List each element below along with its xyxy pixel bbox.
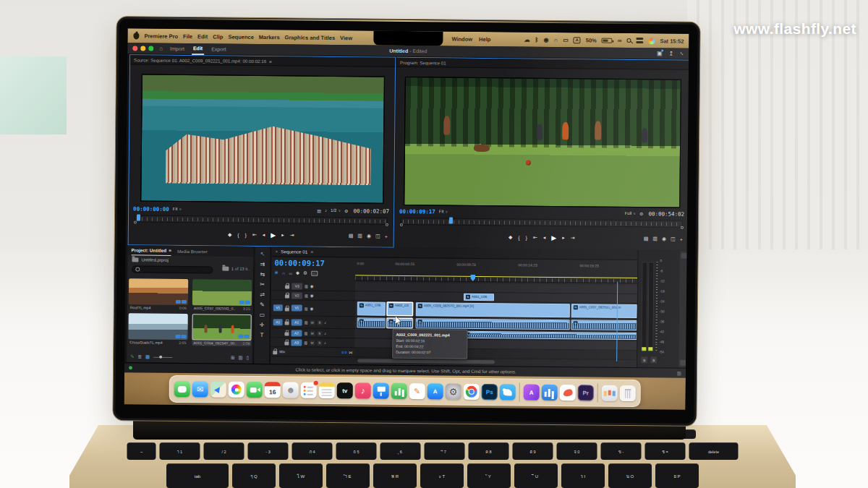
scrub-handle-left[interactable] bbox=[134, 221, 137, 223]
dock-contacts[interactable]: ☻ bbox=[283, 382, 299, 398]
clip-card[interactable]: A005_C037_09255G_0..3:15 bbox=[192, 279, 252, 312]
add-marker-button[interactable]: ◆ bbox=[509, 234, 512, 240]
lift-button[interactable]: ▤ bbox=[644, 236, 649, 241]
tab-media-browser[interactable]: Media Browser bbox=[177, 248, 208, 253]
clip-thumbnail[interactable] bbox=[192, 279, 252, 306]
dock-messages[interactable] bbox=[174, 381, 190, 397]
bluetooth-icon[interactable]: ᛒ bbox=[535, 36, 539, 43]
lock-icon[interactable] bbox=[284, 332, 289, 335]
dock-keynote[interactable] bbox=[373, 383, 389, 399]
pen-tool[interactable]: ✎ bbox=[260, 301, 265, 308]
source-scrubber[interactable] bbox=[135, 215, 388, 224]
track-visibility-icon[interactable]: ◉ bbox=[310, 294, 314, 298]
battery-icon[interactable] bbox=[602, 38, 613, 43]
button-editor-plus[interactable]: + bbox=[680, 236, 683, 242]
mark-out-button[interactable]: } bbox=[526, 235, 527, 240]
timeline-ruler[interactable]: 0:00 00:00:04:23 00:00:09:23 00:00:14:23… bbox=[355, 259, 637, 283]
track-visibility-icon[interactable]: ◉ bbox=[310, 284, 314, 288]
dock-trash[interactable] bbox=[620, 385, 636, 401]
clip-thumbnail[interactable] bbox=[128, 313, 187, 340]
step-back-button[interactable]: ◂ bbox=[543, 235, 546, 241]
creative-cloud-icon[interactable]: ☁ bbox=[524, 36, 530, 43]
sync-lock-icon[interactable]: ▥ bbox=[305, 320, 308, 325]
siri-icon[interactable] bbox=[648, 38, 655, 44]
menu-app-name[interactable]: Premiere Pro bbox=[144, 33, 178, 39]
delete-button[interactable]: ▯ bbox=[247, 355, 250, 361]
track-target-a1[interactable]: A1 bbox=[292, 319, 302, 325]
menu-view[interactable]: View bbox=[340, 35, 352, 41]
clip-card[interactable]: RoofTL.mp40:06 bbox=[129, 278, 188, 311]
mute-button[interactable]: M bbox=[310, 340, 315, 345]
track-target-a3[interactable]: A3 bbox=[291, 339, 302, 346]
list-view-button[interactable]: ≣ bbox=[138, 354, 142, 359]
timeline-clip[interactable]: fxA005_C029_0925TO_001.mp4 [V] bbox=[416, 302, 570, 317]
lock-icon[interactable] bbox=[285, 307, 289, 311]
scrub-handle-left[interactable] bbox=[400, 223, 403, 226]
insert-button[interactable]: ▤ bbox=[349, 233, 354, 239]
comparison-view-button[interactable]: ◫ bbox=[671, 236, 676, 242]
program-video-viewport[interactable] bbox=[404, 77, 681, 208]
rectangle-tool[interactable]: ▭ bbox=[259, 312, 265, 318]
menu-sequence[interactable]: Sequence bbox=[228, 33, 254, 40]
clip-card[interactable]: CrossGuateTL.mp42:05 bbox=[128, 313, 187, 346]
menu-edit[interactable]: Edit bbox=[197, 33, 208, 40]
scroll-up-button[interactable] bbox=[681, 253, 687, 259]
project-search-input[interactable] bbox=[132, 265, 213, 273]
dock-appstore[interactable]: A bbox=[427, 383, 443, 399]
dock-swift-playgrounds[interactable] bbox=[560, 385, 576, 401]
audio-clip[interactable]: fx bbox=[357, 317, 386, 328]
audio-clip[interactable]: fx bbox=[416, 318, 570, 330]
mix-value[interactable]: 0.0 bbox=[341, 350, 346, 354]
timeline-clip-v2[interactable]: fxA001_C06 bbox=[464, 294, 494, 301]
scrub-handle-right[interactable] bbox=[681, 226, 684, 229]
panel-menu-icon[interactable]: ≡ bbox=[269, 59, 272, 64]
clip-thumbnail[interactable] bbox=[129, 278, 188, 305]
menu-window[interactable]: Window bbox=[451, 35, 472, 42]
dock-chrome[interactable] bbox=[464, 384, 480, 400]
icon-view-button[interactable]: ▦ bbox=[145, 354, 150, 360]
dock-numbers[interactable] bbox=[391, 383, 407, 399]
mark-out-button[interactable]: } bbox=[245, 232, 247, 237]
program-scrubber[interactable] bbox=[401, 218, 683, 228]
dock-photoshop[interactable]: Ps bbox=[482, 384, 498, 400]
mark-in-button[interactable]: { bbox=[237, 232, 239, 237]
menu-markers[interactable]: Markers bbox=[259, 34, 280, 40]
program-playhead[interactable] bbox=[449, 218, 453, 224]
dock-appletv[interactable]: tv bbox=[337, 382, 353, 398]
minimize-window-button[interactable] bbox=[140, 46, 145, 51]
source-patch-v1[interactable]: V1 bbox=[273, 304, 283, 311]
export-frame-button[interactable]: ◉ bbox=[662, 236, 666, 241]
source-patch-a1[interactable]: A1 bbox=[273, 319, 283, 325]
solo-button[interactable]: S bbox=[317, 320, 322, 325]
thumbnail-zoom-slider[interactable] bbox=[153, 356, 172, 357]
workspaces-icon[interactable]: ▣ bbox=[657, 50, 663, 56]
timeline-horizontal-scrollbar[interactable] bbox=[357, 359, 495, 364]
apple-menu-icon[interactable] bbox=[133, 33, 139, 39]
dock-music[interactable]: ♪ bbox=[355, 382, 371, 398]
add-marker-button[interactable]: ◆ bbox=[228, 232, 231, 238]
solo-left-button[interactable]: S bbox=[641, 356, 647, 363]
new-bin-icon[interactable] bbox=[222, 267, 229, 271]
source-playhead[interactable] bbox=[137, 214, 140, 221]
goto-in-button[interactable]: ⇤ bbox=[252, 232, 257, 238]
airpods-icon[interactable]: ∩ bbox=[553, 36, 558, 43]
step-back-button[interactable]: ◂ bbox=[263, 232, 265, 238]
screen-record-icon[interactable]: ◉ bbox=[543, 36, 548, 43]
mute-button[interactable]: M bbox=[310, 330, 315, 335]
track-target-v2[interactable]: V2 bbox=[292, 292, 302, 299]
hand-tool[interactable]: ✛ bbox=[260, 322, 265, 328]
sync-lock-icon[interactable]: ▥ bbox=[305, 306, 308, 310]
menu-help[interactable]: Help bbox=[479, 35, 490, 42]
timeline-timecode[interactable]: 00:00:09:17 bbox=[274, 258, 325, 267]
snap-toggle-icon[interactable]: ∩ bbox=[282, 270, 286, 275]
home-icon[interactable]: ⌂ bbox=[159, 46, 163, 52]
dock-mail[interactable]: ✉ bbox=[192, 381, 208, 397]
dock-reminders[interactable] bbox=[301, 382, 317, 398]
program-settings-icon[interactable]: ⚙ bbox=[639, 211, 643, 216]
control-center-icon[interactable] bbox=[636, 38, 643, 43]
play-button[interactable]: ▶ bbox=[271, 231, 276, 239]
source-resolution-select[interactable]: 1/2∨ bbox=[331, 208, 341, 213]
button-editor-plus[interactable]: + bbox=[385, 234, 388, 239]
scroll-down-button[interactable] bbox=[680, 360, 686, 366]
panel-menu-icon[interactable]: ≡ bbox=[169, 248, 171, 253]
